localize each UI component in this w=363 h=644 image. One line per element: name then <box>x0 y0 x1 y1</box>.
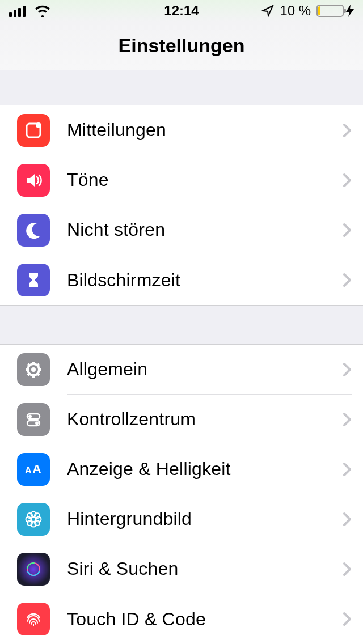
chevron-right-icon <box>343 223 352 238</box>
svg-line-14 <box>28 374 29 375</box>
row-label: Anzeige & Helligkeit <box>67 459 343 480</box>
svg-point-5 <box>36 122 41 128</box>
flower-icon <box>17 503 50 536</box>
svg-rect-2 <box>18 8 21 17</box>
row-notifications[interactable]: Mitteilungen <box>0 105 363 155</box>
row-label: Siri & Suchen <box>67 558 343 579</box>
hourglass-icon <box>17 264 50 296</box>
moon-icon <box>17 214 50 247</box>
battery-percent: 10 % <box>280 3 311 19</box>
notifications-icon <box>17 114 50 147</box>
page-title: Einstellungen <box>119 35 245 57</box>
chevron-right-icon <box>343 273 352 287</box>
section-spacer <box>0 305 363 345</box>
chevron-right-icon <box>343 612 352 626</box>
section-spacer <box>0 70 363 105</box>
display-icon: AA <box>17 453 50 486</box>
sounds-icon <box>17 164 50 197</box>
row-label: Bildschirmzeit <box>67 270 343 291</box>
chevron-right-icon <box>343 123 352 138</box>
row-label: Touch ID & Code <box>67 609 343 630</box>
svg-point-33 <box>26 561 41 577</box>
svg-line-11 <box>28 364 29 366</box>
row-sounds[interactable]: Töne <box>0 155 363 205</box>
row-label: Hintergrundbild <box>67 509 343 529</box>
chevron-right-icon <box>343 562 352 577</box>
row-controlcenter[interactable]: Kontrollzentrum <box>0 395 363 444</box>
battery-icon <box>316 5 344 17</box>
status-time: 12:14 <box>164 3 199 19</box>
settings-group-1: Mitteilungen Töne Nicht stören <box>0 105 363 305</box>
svg-rect-1 <box>14 10 16 17</box>
row-wallpaper[interactable]: Hintergrundbild <box>0 494 363 544</box>
siri-icon <box>17 553 50 586</box>
toggles-icon <box>17 403 50 436</box>
svg-point-17 <box>28 415 32 418</box>
row-label: Nicht stören <box>67 219 343 240</box>
row-siri[interactable]: Siri & Suchen <box>0 544 363 594</box>
svg-rect-3 <box>23 6 26 17</box>
svg-point-19 <box>35 422 39 425</box>
row-dnd[interactable]: Nicht stören <box>0 205 363 255</box>
location-icon <box>261 5 274 17</box>
row-label: Töne <box>67 170 343 190</box>
row-label: Mitteilungen <box>67 120 343 141</box>
header: Einstellungen <box>0 22 363 70</box>
row-display[interactable]: AA Anzeige & Helligkeit <box>0 444 363 494</box>
svg-line-12 <box>37 374 39 375</box>
wifi-icon <box>34 5 51 17</box>
chevron-right-icon <box>343 173 352 188</box>
row-label: Allgemein <box>67 359 343 380</box>
svg-text:A: A <box>32 462 41 476</box>
row-label: Kontrollzentrum <box>67 409 343 430</box>
row-touchid[interactable]: Touch ID & Code <box>0 594 363 644</box>
chevron-right-icon <box>343 512 352 527</box>
svg-line-13 <box>37 364 39 366</box>
chevron-right-icon <box>343 412 352 427</box>
status-bar: 12:14 10 % <box>0 0 363 22</box>
charging-icon <box>346 5 354 17</box>
row-screentime[interactable]: Bildschirmzeit <box>0 255 363 305</box>
chevron-right-icon <box>343 462 352 477</box>
fingerprint-icon <box>17 603 50 635</box>
chevron-right-icon <box>343 362 352 377</box>
cellular-signal-icon <box>9 5 28 17</box>
gear-icon <box>17 353 50 386</box>
svg-point-15 <box>31 367 36 372</box>
settings-group-2: Allgemein Kontrollzentrum AA Anzeige & H… <box>0 345 363 644</box>
row-general[interactable]: Allgemein <box>0 345 363 395</box>
svg-text:A: A <box>25 465 32 475</box>
svg-rect-0 <box>9 12 12 17</box>
